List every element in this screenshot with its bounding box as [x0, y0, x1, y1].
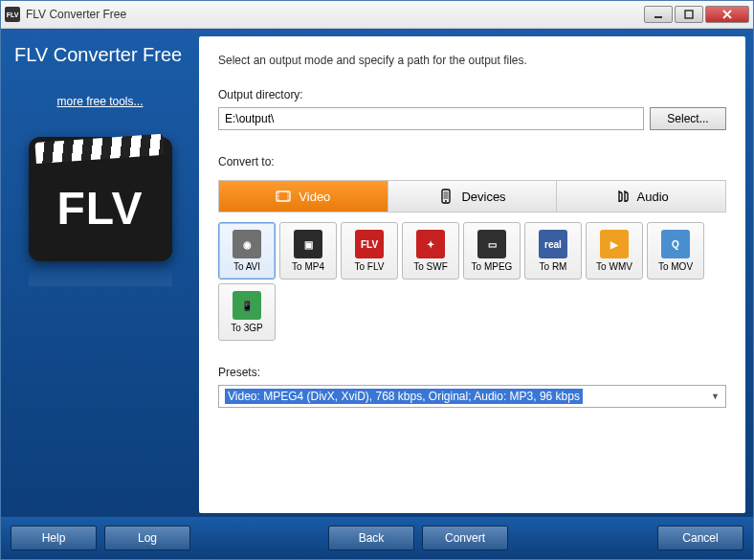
devices-icon	[438, 189, 454, 204]
window-controls	[644, 6, 749, 23]
chevron-down-icon: ▼	[711, 392, 720, 401]
format-label: To 3GP	[231, 323, 262, 333]
format-icon: real	[539, 230, 567, 258]
more-tools-link[interactable]: more free tools...	[56, 95, 143, 108]
format-icon: FLV	[355, 230, 384, 258]
presets-section: Presets: Video: MPEG4 (DivX, XviD), 768 …	[218, 366, 726, 408]
svg-point-7	[278, 198, 280, 200]
format-icon: ✦	[416, 230, 445, 258]
convert-tabs: VideoDevicesAudio	[218, 180, 726, 213]
format-label: To WMV	[596, 261, 632, 272]
svg-point-8	[288, 192, 290, 194]
main-area: FLV Converter Free more free tools... FL…	[1, 29, 753, 517]
tab-label: Devices	[461, 190, 505, 204]
output-row: Select...	[218, 107, 726, 130]
clapper-icon	[34, 134, 164, 164]
app-icon: FLV	[5, 7, 20, 22]
log-button[interactable]: Log	[104, 526, 190, 550]
output-directory-label: Output directory:	[218, 88, 726, 101]
logo-reflection	[29, 267, 172, 286]
format-icon: 📱	[233, 291, 261, 320]
video-icon	[276, 189, 291, 204]
format-icon: ◉	[233, 230, 261, 258]
format-to-3gp[interactable]: 📱To 3GP	[218, 283, 276, 341]
format-label: To RM	[540, 261, 567, 272]
flv-logo-text: FLV	[56, 182, 143, 235]
tab-devices[interactable]: Devices	[388, 181, 557, 212]
tab-label: Audio	[637, 190, 669, 204]
maximize-button[interactable]	[675, 6, 703, 23]
format-to-mp4[interactable]: ▣To MP4	[279, 222, 337, 280]
format-label: To AVI	[233, 261, 260, 272]
select-directory-button[interactable]: Select...	[650, 107, 726, 130]
content-panel: Select an output mode and specify a path…	[199, 36, 745, 513]
format-icon: ▭	[477, 230, 506, 258]
format-to-wmv[interactable]: ▶To WMV	[586, 222, 643, 280]
format-to-mov[interactable]: QTo MOV	[647, 222, 704, 280]
brand-title: FLV Converter Free	[1, 38, 199, 95]
sidebar: FLV Converter Free more free tools... FL…	[1, 29, 199, 517]
instruction-text: Select an output mode and specify a path…	[218, 54, 726, 67]
svg-point-9	[288, 195, 290, 197]
svg-point-6	[278, 195, 280, 197]
format-to-flv[interactable]: FLVTo FLV	[341, 222, 398, 280]
tab-label: Video	[299, 190, 330, 204]
convert-button[interactable]: Convert	[422, 526, 508, 550]
tab-video[interactable]: Video	[219, 181, 388, 212]
format-label: To SWF	[413, 261, 448, 272]
format-to-mpeg[interactable]: ▭To MPEG	[463, 222, 521, 280]
svg-point-10	[288, 198, 290, 200]
format-to-rm[interactable]: realTo RM	[524, 222, 582, 280]
format-to-swf[interactable]: ✦To SWF	[402, 222, 459, 280]
preset-value: Video: MPEG4 (DivX, XviD), 768 kbps, Ori…	[225, 389, 583, 404]
format-icon: Q	[661, 230, 690, 258]
footer: Help Log Back Convert Cancel	[1, 517, 753, 559]
format-label: To MOV	[658, 261, 693, 272]
format-icon: ▶	[600, 230, 629, 258]
format-icon: ▣	[294, 230, 322, 258]
format-label: To MP4	[292, 261, 324, 272]
svg-point-13	[445, 200, 447, 202]
back-button[interactable]: Back	[328, 526, 414, 550]
convert-to-label: Convert to:	[218, 155, 726, 168]
titlebar: FLV FLV Converter Free	[1, 1, 753, 29]
formats-grid: ◉To AVI▣To MP4FLVTo FLV✦To SWF▭To MPEGre…	[218, 222, 726, 341]
flv-logo: FLV	[29, 137, 172, 261]
help-button[interactable]: Help	[11, 526, 97, 550]
format-label: To FLV	[355, 261, 385, 272]
window-title: FLV Converter Free	[26, 8, 644, 21]
cancel-button[interactable]: Cancel	[657, 526, 743, 550]
presets-label: Presets:	[218, 366, 726, 379]
close-button[interactable]	[705, 6, 749, 23]
svg-point-5	[278, 192, 280, 194]
tab-audio[interactable]: Audio	[556, 181, 725, 212]
audio-icon	[614, 189, 630, 204]
format-label: To MPEG	[472, 261, 513, 272]
format-to-avi[interactable]: ◉To AVI	[218, 222, 276, 280]
output-directory-input[interactable]	[218, 107, 644, 130]
svg-rect-1	[685, 11, 693, 18]
minimize-button[interactable]	[644, 6, 673, 23]
app-window: FLV FLV Converter Free FLV Converter Fre…	[0, 0, 754, 560]
preset-dropdown[interactable]: Video: MPEG4 (DivX, XviD), 768 kbps, Ori…	[218, 385, 726, 408]
svg-rect-12	[444, 191, 449, 199]
